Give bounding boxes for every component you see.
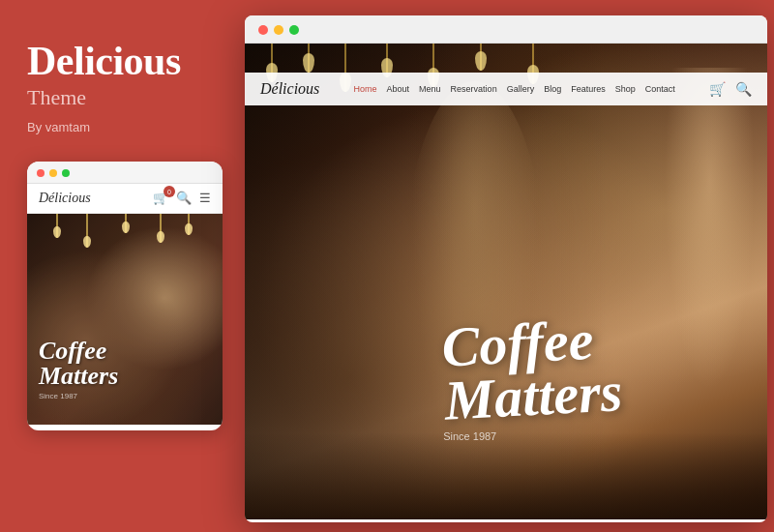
theme-subtitle: Theme (27, 85, 210, 110)
mobile-preview: Délicious 🛒 0 🔍 ☰ (27, 162, 223, 430)
cart-count: 0 (164, 186, 175, 197)
maximize-dot (62, 169, 70, 177)
mobile-hero: Coffee Matters Since 1987 (27, 214, 223, 425)
desktop-navbar: Délicious Home About Menu Reservation Ga… (245, 73, 767, 105)
light-bulb (56, 214, 58, 238)
mobile-since: Since 1987 (39, 392, 118, 400)
left-panel: Delicious Theme By vamtam Délicious 🛒 0 … (0, 0, 237, 532)
desktop-logo: Délicious (260, 80, 319, 98)
hero-since: Since 1987 (443, 430, 621, 442)
light-bulb (188, 214, 190, 235)
maximize-dot (289, 25, 299, 35)
nav-link-home[interactable]: Home (354, 84, 377, 94)
nav-link-shop[interactable]: Shop (615, 84, 636, 94)
minimize-dot (274, 25, 283, 35)
light-bulb (86, 214, 88, 248)
hero-light (480, 44, 482, 71)
nav-link-reservation[interactable]: Reservation (451, 84, 497, 94)
hero-light (308, 44, 310, 73)
nav-link-menu[interactable]: Menu (419, 84, 441, 94)
mobile-logo: Délicious (39, 191, 91, 206)
mobile-navbar: Délicious 🛒 0 🔍 ☰ (27, 184, 223, 214)
nav-link-contact[interactable]: Contact (645, 84, 675, 94)
nav-link-features[interactable]: Features (571, 84, 606, 94)
mobile-menu-icon[interactable]: ☰ (199, 191, 211, 206)
mobile-hero-text: Coffee Matters Since 1987 (39, 339, 118, 400)
mobile-window-controls (27, 162, 223, 184)
minimize-dot (49, 169, 57, 177)
desktop-nav-links: Home About Menu Reservation Gallery Blog… (354, 84, 675, 94)
nav-link-blog[interactable]: Blog (544, 84, 561, 94)
desktop-cart-icon[interactable]: 🛒 (709, 81, 726, 98)
mobile-search-icon[interactable]: 🔍 (176, 191, 192, 206)
desktop-search-icon[interactable]: 🔍 (735, 81, 752, 98)
desktop-nav-actions: 🛒 🔍 (709, 81, 752, 98)
desktop-preview: Délicious Home About Menu Reservation Ga… (245, 15, 767, 522)
nav-link-about[interactable]: About (387, 84, 410, 94)
mobile-hero-line1: Coffee Matters (39, 339, 118, 389)
theme-title: Delicious (27, 39, 210, 83)
mobile-cart-icon[interactable]: 🛒 0 (153, 191, 168, 206)
nav-link-gallery[interactable]: Gallery (507, 84, 535, 94)
light-bulb (160, 214, 162, 243)
mobile-nav-icons: 🛒 0 🔍 ☰ (153, 191, 211, 206)
desktop-window-controls (245, 15, 767, 44)
hero-table-overlay (245, 432, 767, 519)
mobile-lights (27, 214, 223, 252)
close-dot (37, 169, 45, 177)
theme-author: By vamtam (27, 120, 210, 134)
hero-line1: Coffee Matters (440, 311, 623, 428)
desktop-hero: Délicious Home About Menu Reservation Ga… (245, 44, 767, 519)
close-dot (258, 25, 268, 35)
light-bulb (125, 214, 127, 233)
hero-text-container: Coffee Matters Since 1987 (443, 316, 621, 442)
